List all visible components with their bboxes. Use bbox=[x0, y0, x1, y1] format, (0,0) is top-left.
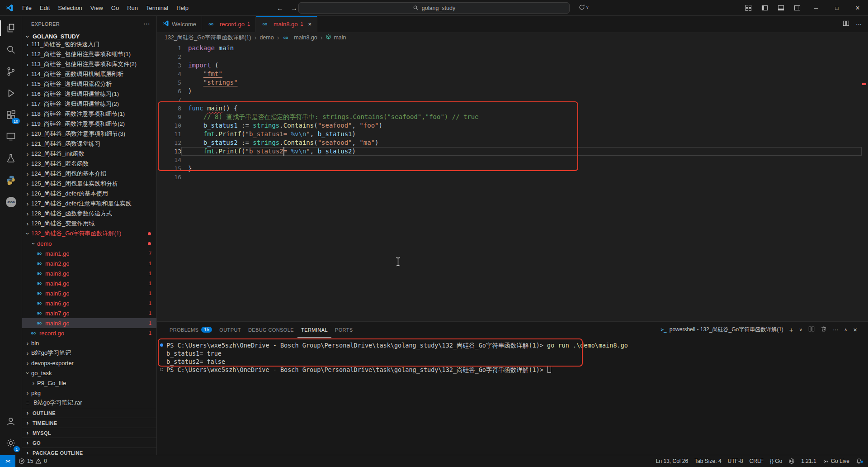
menu-view[interactable]: View bbox=[86, 3, 107, 13]
toggle-sidebar-icon[interactable] bbox=[758, 2, 771, 14]
close-panel-icon[interactable]: × bbox=[853, 326, 857, 334]
tree-folder-go_task[interactable]: ›go_task bbox=[22, 368, 156, 378]
eol[interactable]: CRLF bbox=[746, 458, 767, 464]
tree-folder-132_尚硅谷_Go字符串函数详解(1)[interactable]: ›132_尚硅谷_Go字符串函数详解(1) bbox=[22, 229, 156, 238]
breadcrumb-item[interactable]: GOmain8.go bbox=[282, 34, 317, 41]
tree-folder-118_尚硅谷_函数注意事项和细节(1)[interactable]: ›118_尚硅谷_函数注意事项和细节(1) bbox=[22, 109, 156, 119]
menu-go[interactable]: Go bbox=[107, 3, 123, 13]
tree-folder-111_尚硅谷_包的快速入门[interactable]: ›111_尚硅谷_包的快速入门 bbox=[22, 42, 156, 49]
forward-icon[interactable]: → bbox=[291, 4, 297, 12]
menu-terminal[interactable]: Terminal bbox=[142, 3, 172, 13]
activity-source-control[interactable] bbox=[0, 61, 22, 82]
menu-help[interactable]: Help bbox=[172, 3, 193, 13]
code-line-9[interactable]: 9 // 8) 查找子串是否在指定的字符串中: strings.Contains… bbox=[157, 113, 868, 121]
code-line-10[interactable]: 10 b_status1 := strings.Contains("seafoo… bbox=[157, 121, 868, 130]
indentation[interactable]: Tab Size: 4 bbox=[691, 458, 724, 464]
tab-welcome[interactable]: Welcome bbox=[157, 16, 202, 32]
activity-run-debug[interactable] bbox=[0, 82, 22, 104]
panel-more-icon[interactable]: ⋯ bbox=[833, 327, 838, 333]
tree-folder-127_尚硅谷_defer注意事项和最佳实践[interactable]: ›127_尚硅谷_defer注意事项和最佳实践 bbox=[22, 199, 156, 209]
language-mode[interactable]: {} Go bbox=[767, 458, 785, 464]
tree-folder-devops-exporter[interactable]: ›devops-exporter bbox=[22, 358, 156, 368]
tree-folder-122_尚硅谷_init函数[interactable]: ›122_尚硅谷_init函数 bbox=[22, 149, 156, 159]
split-editor-icon[interactable] bbox=[843, 20, 849, 28]
go-version[interactable]: 1.21.1 bbox=[798, 458, 819, 464]
tree-folder-pkg[interactable]: ›pkg bbox=[22, 388, 156, 398]
tree-folder-128_尚硅谷_函数参数传递方式[interactable]: ›128_尚硅谷_函数参数传递方式 bbox=[22, 209, 156, 219]
code-line-2[interactable]: 2 bbox=[157, 52, 868, 61]
tree-file-B站go学习笔记.rar[interactable]: ≡B站go学习笔记.rar bbox=[22, 398, 156, 408]
sidebar-section-mysql[interactable]: ›MYSQL bbox=[22, 428, 156, 438]
tree-folder-P9_Go_file[interactable]: ›P9_Go_file bbox=[22, 378, 156, 388]
browser-preview[interactable] bbox=[785, 458, 798, 464]
menu-run[interactable]: Run bbox=[123, 3, 142, 13]
code-line-14[interactable]: 14 bbox=[157, 156, 868, 164]
activity-json[interactable]: Json bbox=[0, 191, 22, 213]
code-line-6[interactable]: 6) bbox=[157, 87, 868, 95]
tree-folder-112_尚硅谷_包使用注意事项和细节(1)[interactable]: ›112_尚硅谷_包使用注意事项和细节(1) bbox=[22, 49, 156, 59]
tree-folder-120_尚硅谷_函数注意事项和细节(3)[interactable]: ›120_尚硅谷_函数注意事项和细节(3) bbox=[22, 129, 156, 139]
panel-tab-terminal[interactable]: TERMINAL bbox=[297, 322, 331, 338]
workspace-root[interactable]: › GOLANG_STUDY bbox=[22, 32, 156, 42]
layout-grid-icon[interactable] bbox=[741, 2, 755, 14]
tree-folder-124_尚硅谷_闭包的基本介绍[interactable]: ›124_尚硅谷_闭包的基本介绍 bbox=[22, 169, 156, 179]
menu-edit[interactable]: Edit bbox=[36, 3, 54, 13]
tree-folder-117_尚硅谷_递归调用课堂练习(2)[interactable]: ›117_尚硅谷_递归调用课堂练习(2) bbox=[22, 99, 156, 109]
tab-record.go[interactable]: GOrecord.go1 bbox=[202, 16, 256, 32]
tree-folder-bin[interactable]: ›bin bbox=[22, 338, 156, 348]
tree-folder-119_尚硅谷_函数注意事项和细节(2)[interactable]: ›119_尚硅谷_函数注意事项和细节(2) bbox=[22, 119, 156, 129]
activity-settings[interactable]: 1 bbox=[0, 432, 22, 454]
tree-folder-121_尚硅谷_函数课堂练习[interactable]: ›121_尚硅谷_函数课堂练习 bbox=[22, 139, 156, 149]
tree-folder-125_尚硅谷_闭包最佳实践和分析[interactable]: ›125_尚硅谷_闭包最佳实践和分析 bbox=[22, 179, 156, 189]
tree-file-record.go[interactable]: GOrecord.go1 bbox=[22, 328, 156, 338]
tree-folder-116_尚硅谷_递归调用课堂练习(1)[interactable]: ›116_尚硅谷_递归调用课堂练习(1) bbox=[22, 89, 156, 99]
menu-selection[interactable]: Selection bbox=[54, 3, 86, 13]
tree-file-main3.go[interactable]: GOmain3.go1 bbox=[22, 268, 156, 278]
activity-explorer[interactable] bbox=[0, 17, 22, 39]
tree-file-main6.go[interactable]: GOmain6.go1 bbox=[22, 298, 156, 308]
tree-folder-115_尚硅谷_递归调用流程分析[interactable]: ›115_尚硅谷_递归调用流程分析 bbox=[22, 79, 156, 89]
command-decoration-icon[interactable] bbox=[160, 343, 163, 347]
tree-file-main4.go[interactable]: GOmain4.go1 bbox=[22, 278, 156, 288]
tree-file-main1.go[interactable]: GOmain1.go7 bbox=[22, 248, 156, 258]
code-line-5[interactable]: 5 "strings" bbox=[157, 78, 868, 87]
activity-python[interactable] bbox=[0, 169, 22, 191]
code-line-11[interactable]: 11 fmt.Printf("b_status1= %v\n", b_statu… bbox=[157, 130, 868, 138]
code-line-12[interactable]: 12 b_status2 := strings.Contains("seafoo… bbox=[157, 138, 868, 147]
editor-more-icon[interactable]: ⋯ bbox=[856, 21, 862, 28]
explorer-more-icon[interactable]: ⋯ bbox=[143, 20, 150, 28]
tree-file-main8.go[interactable]: GOmain8.go1 bbox=[22, 318, 156, 328]
breadcrumb-item[interactable]: 132_尚硅谷_Go字符串函数详解(1) bbox=[165, 34, 251, 42]
split-terminal-icon[interactable] bbox=[808, 326, 815, 334]
tree-folder-114_尚硅谷_函数调用机制底层剖析[interactable]: ›114_尚硅谷_函数调用机制底层剖析 bbox=[22, 69, 156, 79]
tree-folder-129_尚硅谷_变量作用域[interactable]: ›129_尚硅谷_变量作用域 bbox=[22, 219, 156, 229]
tree-folder-113_尚硅谷_包使用注意事项和库文件(2)[interactable]: ›113_尚硅谷_包使用注意事项和库文件(2) bbox=[22, 59, 156, 69]
code-line-7[interactable]: 7 bbox=[157, 95, 868, 104]
terminal-instance-label[interactable]: >_ powershell - 132_尚硅谷_Go字符串函数详解(1) bbox=[660, 326, 783, 334]
tree-file-main2.go[interactable]: GOmain2.go1 bbox=[22, 258, 156, 268]
sidebar-section-package-outline[interactable]: ›PACKAGE OUTLINE bbox=[22, 448, 156, 455]
activity-search[interactable] bbox=[0, 39, 22, 61]
panel-tab-ports[interactable]: PORTS bbox=[331, 322, 357, 338]
sidebar-section-go[interactable]: ›GO bbox=[22, 438, 156, 448]
go-live[interactable]: Go Live bbox=[820, 458, 853, 464]
breadcrumb-item[interactable]: demo bbox=[259, 34, 274, 41]
new-terminal-icon[interactable]: + bbox=[789, 326, 793, 334]
tab-close-icon[interactable]: × bbox=[308, 21, 312, 28]
command-decoration-icon[interactable] bbox=[160, 368, 163, 371]
search-input[interactable]: golang_study bbox=[422, 5, 455, 11]
kill-terminal-icon[interactable] bbox=[821, 326, 827, 334]
problems-status[interactable]: 15 0 bbox=[15, 455, 50, 467]
code-line-1[interactable]: 1package main bbox=[157, 44, 868, 52]
tab-main8.go[interactable]: GOmain8.go1× bbox=[256, 16, 317, 32]
panel-tab-problems[interactable]: PROBLEMS15 bbox=[166, 322, 216, 338]
activity-extensions[interactable]: 10 bbox=[0, 104, 22, 126]
remote-indicator[interactable]: >< bbox=[0, 455, 15, 467]
close-button[interactable]: × bbox=[847, 0, 868, 16]
tree-folder-B站go学习笔记[interactable]: ›B站go学习笔记 bbox=[22, 348, 156, 358]
terminal-output[interactable]: PS C:\Users\wxe5szh\OneDrive - Bosch Gro… bbox=[157, 338, 868, 455]
notifications[interactable] bbox=[853, 458, 865, 464]
sync-dropdown[interactable]: ∨ bbox=[579, 4, 589, 10]
tree-file-main5.go[interactable]: GOmain5.go1 bbox=[22, 288, 156, 298]
code-line-8[interactable]: 8func main() { bbox=[157, 104, 868, 113]
